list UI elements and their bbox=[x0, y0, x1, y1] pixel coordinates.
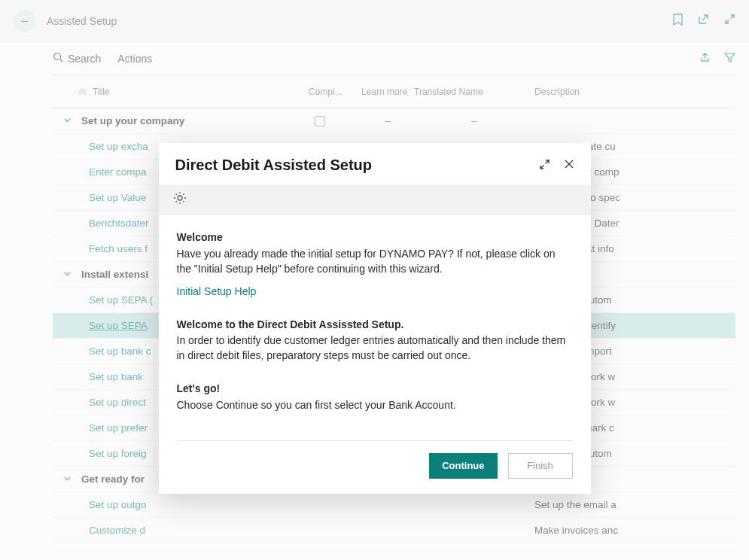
modal-toolbar bbox=[159, 184, 591, 215]
modal-expand-icon[interactable] bbox=[539, 159, 550, 172]
close-icon[interactable] bbox=[564, 159, 574, 172]
gear-icon[interactable] bbox=[172, 193, 187, 208]
modal-body: Welcome Have you already made the initia… bbox=[159, 215, 591, 427]
assisted-setup-modal: Direct Debit Assisted Setup Welcome Have… bbox=[159, 143, 591, 494]
modal-overlay: Direct Debit Assisted Setup Welcome Have… bbox=[0, 0, 749, 560]
intro-title: Welcome to the Direct Debit Assissted Se… bbox=[177, 318, 573, 333]
go-text: Choose Continue so you can first select … bbox=[177, 398, 573, 413]
continue-button[interactable]: Continue bbox=[429, 453, 497, 479]
svg-point-1 bbox=[178, 196, 182, 200]
modal-title: Direct Debit Assisted Setup bbox=[175, 157, 373, 174]
modal-footer: Continue Finish bbox=[159, 441, 591, 494]
modal-header: Direct Debit Assisted Setup bbox=[159, 143, 591, 184]
finish-button: Finish bbox=[508, 453, 573, 479]
go-title: Let's go! bbox=[177, 382, 573, 397]
welcome-title: Welcome bbox=[177, 230, 573, 245]
initial-setup-help-link[interactable]: Initial Setup Help bbox=[177, 285, 257, 300]
intro-text: In order to identify due customer ledger… bbox=[177, 333, 573, 364]
welcome-text: Have you already made the initial setup … bbox=[177, 247, 573, 277]
